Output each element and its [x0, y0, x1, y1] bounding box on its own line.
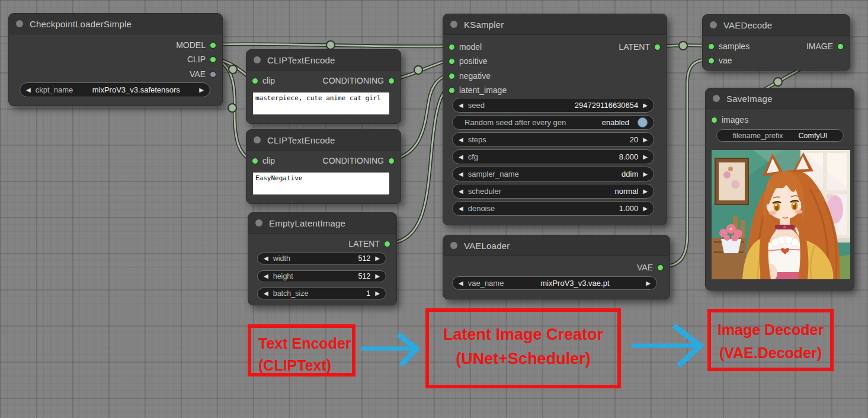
- node-title-bar[interactable]: CLIPTextEncode: [246, 50, 401, 71]
- increment-arrow-icon[interactable]: ▶: [643, 154, 648, 160]
- output-slot-model[interactable]: MODEL: [176, 39, 216, 51]
- port-dot-icon[interactable]: [708, 58, 715, 64]
- port-dot-icon[interactable]: [449, 44, 455, 50]
- port-dot-icon[interactable]: [388, 78, 395, 84]
- decrement-arrow-icon[interactable]: ◀: [459, 171, 463, 177]
- input-slot-samples[interactable]: samples: [708, 40, 750, 52]
- negative-prompt-textarea[interactable]: EasyNegative: [253, 173, 389, 194]
- node-vae-loader[interactable]: VAELoader VAE ◀ vae_name mixProV3_v3.vae…: [443, 235, 670, 299]
- node-title-bar[interactable]: SaveImage: [706, 88, 854, 109]
- decrement-arrow-icon[interactable]: ◀: [459, 137, 463, 143]
- input-slot-latent-image[interactable]: latent_image: [449, 84, 507, 96]
- widget-vae-name[interactable]: ◀ vae_name mixProV3_v3.vae.pt ▶: [452, 276, 657, 290]
- widget-filename-prefix[interactable]: filename_prefix ComfyUI: [716, 129, 844, 142]
- port-dot-icon[interactable]: [449, 87, 455, 94]
- node-empty-latent-image[interactable]: EmptyLatentImage LATENT ◀ width 512 ▶ ◀ …: [248, 212, 397, 305]
- output-slot-image[interactable]: IMAGE: [806, 40, 844, 52]
- increment-arrow-icon[interactable]: ▶: [643, 171, 648, 177]
- node-title-bar[interactable]: VAEDecode: [703, 15, 850, 36]
- collapse-dot-icon[interactable]: [710, 21, 717, 28]
- increment-arrow-icon[interactable]: ▶: [199, 87, 204, 93]
- port-dot-icon[interactable]: [449, 58, 455, 65]
- widget-width[interactable]: ◀ width 512 ▶: [257, 253, 386, 264]
- port-dot-icon[interactable]: [449, 73, 455, 79]
- port-dot-icon[interactable]: [210, 56, 216, 63]
- collapse-dot-icon[interactable]: [713, 95, 720, 102]
- decrement-arrow-icon[interactable]: ◀: [264, 256, 268, 261]
- input-slot-images[interactable]: images: [711, 114, 748, 126]
- increment-arrow-icon[interactable]: ▶: [643, 189, 648, 194]
- node-vae-decode[interactable]: VAEDecode samples vae IMAGE: [702, 14, 850, 71]
- output-slot-latent[interactable]: LATENT: [619, 41, 661, 53]
- widget-scheduler[interactable]: ◀ scheduler normal ▶: [452, 184, 654, 199]
- positive-prompt-textarea[interactable]: masterpiece, cute anime cat girl: [253, 92, 389, 114]
- node-ksampler[interactable]: KSampler model positive negative latent_…: [443, 14, 667, 225]
- toggle-circle-icon[interactable]: [638, 117, 648, 127]
- decrement-arrow-icon[interactable]: ◀: [459, 206, 463, 212]
- port-dot-icon[interactable]: [210, 42, 216, 49]
- port-dot-icon[interactable]: [252, 78, 258, 84]
- widget-height[interactable]: ◀ height 512 ▶: [257, 270, 386, 282]
- collapse-dot-icon[interactable]: [450, 242, 457, 249]
- increment-arrow-icon[interactable]: ▶: [646, 280, 651, 286]
- output-slot-vae[interactable]: VAE: [190, 68, 216, 80]
- widget-seed[interactable]: ◀ seed 294729116630654 ▶: [452, 98, 654, 113]
- input-slot-positive[interactable]: positive: [449, 55, 487, 67]
- collapse-dot-icon[interactable]: [254, 136, 261, 143]
- output-slot-latent[interactable]: LATENT: [348, 238, 390, 250]
- node-title-bar[interactable]: KSampler: [443, 14, 667, 35]
- collapse-dot-icon[interactable]: [255, 219, 262, 226]
- decrement-arrow-icon[interactable]: ◀: [264, 291, 268, 296]
- node-title-bar[interactable]: CheckpointLoaderSimple: [9, 14, 222, 34]
- node-graph-canvas[interactable]: CheckpointLoaderSimple MODEL CLIP VAE ◀ …: [0, 0, 868, 418]
- output-slot-conditioning[interactable]: CONDITIONING: [323, 75, 395, 87]
- widget-cfg[interactable]: ◀ cfg 8.000 ▶: [452, 149, 654, 164]
- decrement-arrow-icon[interactable]: ◀: [459, 154, 463, 160]
- input-slot-clip[interactable]: clip: [252, 155, 275, 167]
- port-dot-icon[interactable]: [210, 71, 216, 78]
- port-dot-icon[interactable]: [384, 241, 390, 247]
- node-save-image[interactable]: SaveImage images filename_prefix ComfyUI: [705, 88, 854, 291]
- widget-sampler-name[interactable]: ◀ sampler_name ddim ▶: [452, 167, 654, 181]
- widget-random-seed-toggle[interactable]: Random seed after every gen enabled: [452, 115, 654, 130]
- widget-batch-size[interactable]: ◀ batch_size 1 ▶: [257, 288, 386, 299]
- port-dot-icon[interactable]: [657, 264, 664, 271]
- decrement-arrow-icon[interactable]: ◀: [459, 280, 463, 286]
- widget-ckpt-name[interactable]: ◀ ckpt_name mixProV3_v3.safetensors ▶: [20, 82, 210, 97]
- decrement-arrow-icon[interactable]: ◀: [459, 189, 463, 194]
- input-slot-clip[interactable]: clip: [252, 75, 275, 87]
- increment-arrow-icon[interactable]: ▶: [643, 137, 648, 143]
- node-title-bar[interactable]: VAELoader: [443, 235, 670, 256]
- increment-arrow-icon[interactable]: ▶: [375, 291, 380, 296]
- decrement-arrow-icon[interactable]: ◀: [26, 87, 31, 93]
- decrement-arrow-icon[interactable]: ◀: [459, 103, 463, 109]
- collapse-dot-icon[interactable]: [254, 56, 261, 63]
- input-slot-negative[interactable]: negative: [449, 70, 491, 82]
- increment-arrow-icon[interactable]: ▶: [643, 103, 648, 109]
- output-slot-conditioning[interactable]: CONDITIONING: [323, 155, 395, 167]
- port-dot-icon[interactable]: [388, 158, 395, 164]
- node-checkpoint-loader-simple[interactable]: CheckpointLoaderSimple MODEL CLIP VAE ◀ …: [8, 13, 223, 106]
- port-dot-icon[interactable]: [252, 158, 258, 164]
- widget-denoise[interactable]: ◀ denoise 1.000 ▶: [452, 201, 654, 216]
- input-slot-model[interactable]: model: [449, 41, 482, 53]
- increment-arrow-icon[interactable]: ▶: [375, 273, 380, 279]
- input-slot-vae[interactable]: vae: [708, 55, 732, 66]
- increment-arrow-icon[interactable]: ▶: [643, 206, 648, 212]
- widget-steps[interactable]: ◀ steps 20 ▶: [452, 132, 654, 147]
- port-dot-icon[interactable]: [708, 43, 715, 50]
- node-clip-text-encode-positive[interactable]: CLIPTextEncode clip CONDITIONING masterp…: [246, 49, 401, 124]
- port-dot-icon[interactable]: [654, 44, 661, 50]
- port-dot-icon[interactable]: [711, 117, 718, 123]
- node-clip-text-encode-negative[interactable]: CLIPTextEncode clip CONDITIONING EasyNeg…: [246, 129, 401, 204]
- collapse-dot-icon[interactable]: [450, 21, 457, 28]
- node-title-bar[interactable]: CLIPTextEncode: [246, 130, 401, 151]
- increment-arrow-icon[interactable]: ▶: [375, 256, 380, 261]
- slot-label: samples: [719, 42, 750, 51]
- output-slot-vae[interactable]: VAE: [637, 261, 664, 273]
- node-title-bar[interactable]: EmptyLatentImage: [248, 213, 396, 234]
- collapse-dot-icon[interactable]: [16, 20, 23, 27]
- decrement-arrow-icon[interactable]: ◀: [264, 273, 268, 279]
- output-slot-clip[interactable]: CLIP: [187, 53, 216, 65]
- port-dot-icon[interactable]: [837, 43, 844, 50]
